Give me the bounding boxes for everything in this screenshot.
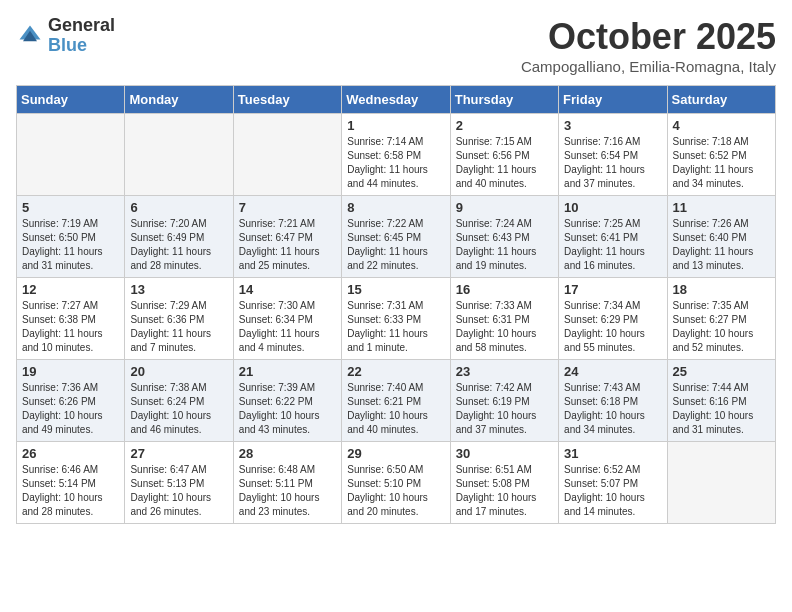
- day-info: Sunrise: 7:43 AMSunset: 6:18 PMDaylight:…: [564, 381, 661, 437]
- calendar-cell: 15Sunrise: 7:31 AMSunset: 6:33 PMDayligh…: [342, 278, 450, 360]
- calendar-week-row: 12Sunrise: 7:27 AMSunset: 6:38 PMDayligh…: [17, 278, 776, 360]
- page-header: General Blue October 2025 Campogalliano,…: [16, 16, 776, 75]
- calendar-table: SundayMondayTuesdayWednesdayThursdayFrid…: [16, 85, 776, 524]
- day-info: Sunrise: 7:33 AMSunset: 6:31 PMDaylight:…: [456, 299, 553, 355]
- calendar-cell: 7Sunrise: 7:21 AMSunset: 6:47 PMDaylight…: [233, 196, 341, 278]
- calendar-cell: 31Sunrise: 6:52 AMSunset: 5:07 PMDayligh…: [559, 442, 667, 524]
- day-info: Sunrise: 7:26 AMSunset: 6:40 PMDaylight:…: [673, 217, 770, 273]
- day-info: Sunrise: 7:31 AMSunset: 6:33 PMDaylight:…: [347, 299, 444, 355]
- day-number: 10: [564, 200, 661, 215]
- day-number: 19: [22, 364, 119, 379]
- day-number: 24: [564, 364, 661, 379]
- day-info: Sunrise: 7:24 AMSunset: 6:43 PMDaylight:…: [456, 217, 553, 273]
- day-number: 13: [130, 282, 227, 297]
- day-info: Sunrise: 7:39 AMSunset: 6:22 PMDaylight:…: [239, 381, 336, 437]
- weekday-header-wednesday: Wednesday: [342, 86, 450, 114]
- weekday-header-thursday: Thursday: [450, 86, 558, 114]
- calendar-cell: 13Sunrise: 7:29 AMSunset: 6:36 PMDayligh…: [125, 278, 233, 360]
- day-info: Sunrise: 7:34 AMSunset: 6:29 PMDaylight:…: [564, 299, 661, 355]
- weekday-header-saturday: Saturday: [667, 86, 775, 114]
- day-number: 14: [239, 282, 336, 297]
- day-info: Sunrise: 7:27 AMSunset: 6:38 PMDaylight:…: [22, 299, 119, 355]
- logo-blue-text: Blue: [48, 36, 115, 56]
- day-number: 27: [130, 446, 227, 461]
- day-number: 30: [456, 446, 553, 461]
- day-number: 22: [347, 364, 444, 379]
- weekday-header-friday: Friday: [559, 86, 667, 114]
- day-info: Sunrise: 7:42 AMSunset: 6:19 PMDaylight:…: [456, 381, 553, 437]
- calendar-cell: 16Sunrise: 7:33 AMSunset: 6:31 PMDayligh…: [450, 278, 558, 360]
- day-number: 1: [347, 118, 444, 133]
- calendar-cell: [667, 442, 775, 524]
- calendar-cell: 26Sunrise: 6:46 AMSunset: 5:14 PMDayligh…: [17, 442, 125, 524]
- day-number: 21: [239, 364, 336, 379]
- day-info: Sunrise: 7:19 AMSunset: 6:50 PMDaylight:…: [22, 217, 119, 273]
- calendar-cell: 14Sunrise: 7:30 AMSunset: 6:34 PMDayligh…: [233, 278, 341, 360]
- logo-general-text: General: [48, 16, 115, 36]
- day-info: Sunrise: 6:50 AMSunset: 5:10 PMDaylight:…: [347, 463, 444, 519]
- calendar-week-row: 19Sunrise: 7:36 AMSunset: 6:26 PMDayligh…: [17, 360, 776, 442]
- weekday-header-monday: Monday: [125, 86, 233, 114]
- calendar-cell: 27Sunrise: 6:47 AMSunset: 5:13 PMDayligh…: [125, 442, 233, 524]
- calendar-cell: 28Sunrise: 6:48 AMSunset: 5:11 PMDayligh…: [233, 442, 341, 524]
- calendar-cell: 21Sunrise: 7:39 AMSunset: 6:22 PMDayligh…: [233, 360, 341, 442]
- day-info: Sunrise: 6:46 AMSunset: 5:14 PMDaylight:…: [22, 463, 119, 519]
- calendar-cell: 25Sunrise: 7:44 AMSunset: 6:16 PMDayligh…: [667, 360, 775, 442]
- day-number: 25: [673, 364, 770, 379]
- calendar-cell: 11Sunrise: 7:26 AMSunset: 6:40 PMDayligh…: [667, 196, 775, 278]
- calendar-week-row: 1Sunrise: 7:14 AMSunset: 6:58 PMDaylight…: [17, 114, 776, 196]
- calendar-cell: 20Sunrise: 7:38 AMSunset: 6:24 PMDayligh…: [125, 360, 233, 442]
- day-info: Sunrise: 7:38 AMSunset: 6:24 PMDaylight:…: [130, 381, 227, 437]
- day-info: Sunrise: 7:14 AMSunset: 6:58 PMDaylight:…: [347, 135, 444, 191]
- day-number: 17: [564, 282, 661, 297]
- day-number: 29: [347, 446, 444, 461]
- day-info: Sunrise: 7:40 AMSunset: 6:21 PMDaylight:…: [347, 381, 444, 437]
- weekday-header-row: SundayMondayTuesdayWednesdayThursdayFrid…: [17, 86, 776, 114]
- day-number: 15: [347, 282, 444, 297]
- calendar-cell: 6Sunrise: 7:20 AMSunset: 6:49 PMDaylight…: [125, 196, 233, 278]
- day-number: 8: [347, 200, 444, 215]
- calendar-cell: 1Sunrise: 7:14 AMSunset: 6:58 PMDaylight…: [342, 114, 450, 196]
- day-number: 9: [456, 200, 553, 215]
- day-number: 26: [22, 446, 119, 461]
- day-number: 5: [22, 200, 119, 215]
- day-info: Sunrise: 7:16 AMSunset: 6:54 PMDaylight:…: [564, 135, 661, 191]
- calendar-cell: 18Sunrise: 7:35 AMSunset: 6:27 PMDayligh…: [667, 278, 775, 360]
- weekday-header-sunday: Sunday: [17, 86, 125, 114]
- day-info: Sunrise: 6:48 AMSunset: 5:11 PMDaylight:…: [239, 463, 336, 519]
- day-number: 16: [456, 282, 553, 297]
- day-info: Sunrise: 7:35 AMSunset: 6:27 PMDaylight:…: [673, 299, 770, 355]
- day-info: Sunrise: 7:20 AMSunset: 6:49 PMDaylight:…: [130, 217, 227, 273]
- calendar-cell: 3Sunrise: 7:16 AMSunset: 6:54 PMDaylight…: [559, 114, 667, 196]
- calendar-cell: 2Sunrise: 7:15 AMSunset: 6:56 PMDaylight…: [450, 114, 558, 196]
- day-info: Sunrise: 7:18 AMSunset: 6:52 PMDaylight:…: [673, 135, 770, 191]
- day-info: Sunrise: 7:22 AMSunset: 6:45 PMDaylight:…: [347, 217, 444, 273]
- calendar-cell: 19Sunrise: 7:36 AMSunset: 6:26 PMDayligh…: [17, 360, 125, 442]
- day-info: Sunrise: 7:30 AMSunset: 6:34 PMDaylight:…: [239, 299, 336, 355]
- day-info: Sunrise: 6:52 AMSunset: 5:07 PMDaylight:…: [564, 463, 661, 519]
- day-number: 31: [564, 446, 661, 461]
- calendar-cell: 12Sunrise: 7:27 AMSunset: 6:38 PMDayligh…: [17, 278, 125, 360]
- calendar-cell: 17Sunrise: 7:34 AMSunset: 6:29 PMDayligh…: [559, 278, 667, 360]
- calendar-cell: 23Sunrise: 7:42 AMSunset: 6:19 PMDayligh…: [450, 360, 558, 442]
- day-number: 12: [22, 282, 119, 297]
- calendar-cell: 30Sunrise: 6:51 AMSunset: 5:08 PMDayligh…: [450, 442, 558, 524]
- calendar-cell: 8Sunrise: 7:22 AMSunset: 6:45 PMDaylight…: [342, 196, 450, 278]
- calendar-cell: [125, 114, 233, 196]
- calendar-week-row: 26Sunrise: 6:46 AMSunset: 5:14 PMDayligh…: [17, 442, 776, 524]
- calendar-cell: 5Sunrise: 7:19 AMSunset: 6:50 PMDaylight…: [17, 196, 125, 278]
- day-info: Sunrise: 7:44 AMSunset: 6:16 PMDaylight:…: [673, 381, 770, 437]
- title-area: October 2025 Campogalliano, Emilia-Romag…: [521, 16, 776, 75]
- day-number: 2: [456, 118, 553, 133]
- calendar-week-row: 5Sunrise: 7:19 AMSunset: 6:50 PMDaylight…: [17, 196, 776, 278]
- calendar-cell: 29Sunrise: 6:50 AMSunset: 5:10 PMDayligh…: [342, 442, 450, 524]
- logo-icon: [16, 22, 44, 50]
- day-info: Sunrise: 7:21 AMSunset: 6:47 PMDaylight:…: [239, 217, 336, 273]
- day-info: Sunrise: 6:47 AMSunset: 5:13 PMDaylight:…: [130, 463, 227, 519]
- calendar-cell: [233, 114, 341, 196]
- day-info: Sunrise: 7:25 AMSunset: 6:41 PMDaylight:…: [564, 217, 661, 273]
- day-number: 11: [673, 200, 770, 215]
- day-info: Sunrise: 6:51 AMSunset: 5:08 PMDaylight:…: [456, 463, 553, 519]
- calendar-cell: 4Sunrise: 7:18 AMSunset: 6:52 PMDaylight…: [667, 114, 775, 196]
- day-number: 20: [130, 364, 227, 379]
